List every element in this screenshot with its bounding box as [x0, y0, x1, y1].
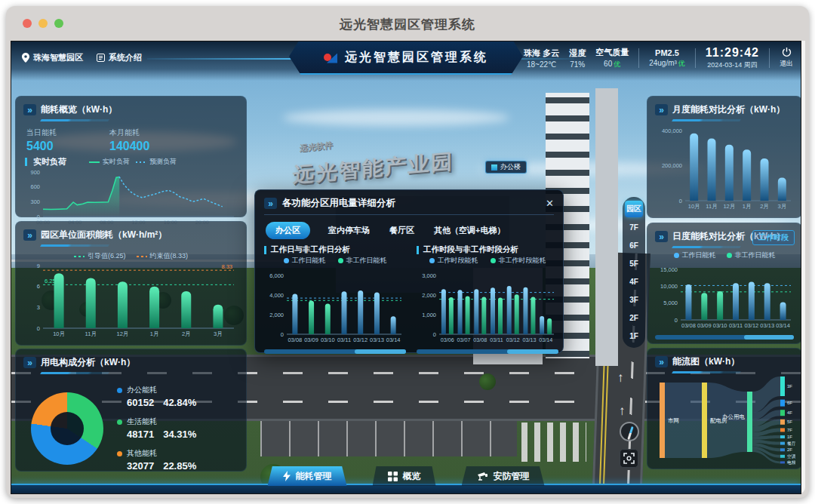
document-icon — [97, 54, 105, 62]
svg-text:6: 6 — [37, 283, 40, 290]
panel-title: 能流图（kW·h） — [672, 355, 740, 368]
floor-item-2f[interactable]: 2F — [625, 309, 643, 326]
recenter-button[interactable] — [620, 449, 638, 468]
building-icon — [491, 164, 497, 171]
weather-pm25: PM2.5 24ug/m³优 — [649, 48, 685, 69]
svg-text:1F: 1F — [787, 435, 792, 439]
svg-text:3月: 3月 — [214, 330, 223, 337]
svg-text:1,000: 1,000 — [422, 312, 436, 318]
worktime-bar-chart: 01,0002,0003,00003/0603/0703/0803/1103/1… — [417, 266, 558, 344]
svg-text:03/14: 03/14 — [539, 337, 552, 343]
svg-text:3,000: 3,000 — [422, 272, 436, 279]
tab-other-zone[interactable]: 其他（空调+电梯） — [432, 222, 506, 239]
nav-overview[interactable]: 概览 — [373, 466, 436, 486]
crosswalk — [521, 423, 586, 462]
svg-text:4F: 4F — [787, 410, 792, 415]
power-composition-donut — [31, 392, 103, 465]
svg-text:11月: 11月 — [706, 203, 717, 210]
floor-item-park[interactable]: 园区 — [625, 201, 643, 217]
logout-button[interactable]: 退出 — [780, 48, 793, 69]
office-building-tag[interactable]: 办公楼 — [485, 161, 527, 174]
modal-close-button[interactable]: ✕ — [546, 198, 554, 209]
floor-item-3f[interactable]: 3F — [625, 291, 643, 308]
modal-title: 各功能分区用电量详细分析 — [282, 197, 395, 210]
workday-analysis-section: 工作日与非工作日分析 工作日能耗 非工作日能耗 02,0004,0006,000… — [264, 242, 406, 354]
svg-text:2F: 2F — [787, 447, 792, 452]
svg-text:0: 0 — [675, 317, 678, 324]
scrollbar-handle[interactable] — [744, 335, 794, 340]
svg-text:03/11: 03/11 — [729, 322, 743, 329]
svg-text:03/09: 03/09 — [304, 337, 318, 343]
svg-text:10月: 10月 — [688, 203, 700, 210]
chevrons-icon: » — [23, 357, 36, 368]
floor-selector: 园区 7F 6F 5F 4F 3F 2F 1F — [623, 197, 645, 348]
svg-text:03/11: 03/11 — [337, 337, 351, 343]
nav-energy-management[interactable]: 能耗管理 — [268, 466, 347, 486]
panel-daily-compare: »日度能耗对比分析（kW·h） 工作时段 工作日能耗 非工作日能耗 05,000… — [647, 223, 801, 344]
svg-text:餐厅: 餐厅 — [787, 441, 795, 446]
scrollbar-handle[interactable] — [355, 349, 406, 354]
legend-constraint: 约束值(8.33) — [137, 251, 189, 261]
daily-chart-scrollbar[interactable] — [655, 335, 794, 340]
clock: 11:29:42 2024-03-14 周四 — [706, 46, 759, 70]
legend-nonworkday-energy: 非工作日能耗 — [338, 256, 387, 266]
park-selector[interactable]: 珠海智慧园区 — [22, 52, 83, 63]
cctv-camera-icon — [477, 472, 488, 481]
svg-text:12月: 12月 — [723, 203, 735, 210]
floor-item-1f[interactable]: 1F — [625, 327, 643, 344]
svg-text:0: 0 — [679, 198, 682, 204]
panel-power-composition: »用电构成分析（kW·h） 办公能耗 6015242.84% 生活能耗 4817… — [15, 349, 247, 472]
floor-item-5f[interactable]: 5F — [625, 255, 643, 272]
svg-text:300: 300 — [30, 198, 40, 205]
weather-humidity: 湿度 71% — [569, 48, 586, 69]
svg-text:03/13: 03/13 — [370, 337, 384, 343]
daily-bar-chart: 05,00010,00015,00003/0803/0903/1003/1103… — [655, 260, 795, 330]
floor-item-7f[interactable]: 7F — [625, 219, 643, 235]
panel-title: 用电构成分析（kW·h） — [41, 356, 135, 369]
svg-text:10月: 10月 — [53, 330, 65, 337]
panel-title: 园区单位面积能耗（kW·h/m²） — [41, 229, 167, 241]
svg-text:12月: 12月 — [116, 330, 128, 337]
svg-text:03/10: 03/10 — [321, 337, 335, 343]
power-icon — [782, 48, 792, 57]
svg-text:03/14: 03/14 — [386, 337, 401, 343]
worktime-analysis-section: 工作时段与非工作时段分析 工作时段能耗 非工作时段能耗 01,0002,0003… — [417, 242, 558, 354]
scrollbar-handle[interactable] — [507, 349, 558, 354]
svg-text:办公用电: 办公用电 — [722, 413, 746, 420]
svg-text:8.33: 8.33 — [221, 263, 232, 270]
panel-title: 月度能耗对比分析（kW·h） — [672, 103, 785, 116]
svg-text:03/12: 03/12 — [744, 322, 758, 329]
weather-aqi: 空气质量 60优 — [595, 47, 629, 69]
workday-bar-chart: 02,0004,0006,00003/0803/0903/1003/1103/1… — [264, 266, 406, 344]
legend-workday-energy: 工作日能耗 — [284, 256, 326, 266]
brand-logo-icon — [324, 52, 337, 63]
svg-text:10,000: 10,000 — [660, 283, 678, 290]
daily-energy-stat: 当日能耗 5400 — [26, 128, 57, 153]
floor-item-6f[interactable]: 6F — [625, 237, 643, 254]
dashboard: 远光软件 远光智能产业园 办公楼 ↑ ↑ — [11, 41, 801, 494]
road-arrow-icon: ↑ — [619, 404, 626, 419]
tab-indoor-parking[interactable]: 室内停车场 — [327, 222, 371, 239]
svg-text:9: 9 — [37, 263, 40, 269]
svg-text:4,000: 4,000 — [269, 292, 284, 299]
system-intro-button[interactable]: 系统介绍 — [97, 52, 142, 63]
panel-energy-flow: »能流图（kW·h） 市网配电房办公用电3F6F4F5F7F1F餐厅2F空调电梯 — [647, 348, 801, 469]
realtime-load-chart: 030060090000:0004:0008:0012:0016:0020:00 — [23, 167, 238, 226]
grid-icon — [388, 472, 398, 481]
tab-office-zone[interactable]: 办公区 — [266, 222, 310, 239]
svg-text:15,000: 15,000 — [660, 266, 678, 273]
modal-left-scrollbar[interactable] — [264, 349, 406, 354]
svg-text:3: 3 — [37, 304, 40, 311]
modal-right-scrollbar[interactable] — [417, 349, 558, 354]
svg-text:1月: 1月 — [743, 203, 752, 210]
bottom-nav: 能耗管理 概览 安防管理 — [11, 466, 801, 486]
compass-control[interactable] — [620, 422, 639, 441]
chevrons-icon: » — [23, 229, 36, 241]
work-period-button[interactable]: 工作时段 — [752, 230, 795, 245]
nav-security-management[interactable]: 安防管理 — [462, 466, 545, 486]
tab-dining-zone[interactable]: 餐厅区 — [388, 222, 416, 239]
svg-text:空调: 空调 — [787, 453, 795, 459]
monthly-energy-stat: 本月能耗 140400 — [109, 128, 149, 153]
svg-text:900: 900 — [30, 169, 40, 176]
floor-item-4f[interactable]: 4F — [625, 273, 643, 290]
